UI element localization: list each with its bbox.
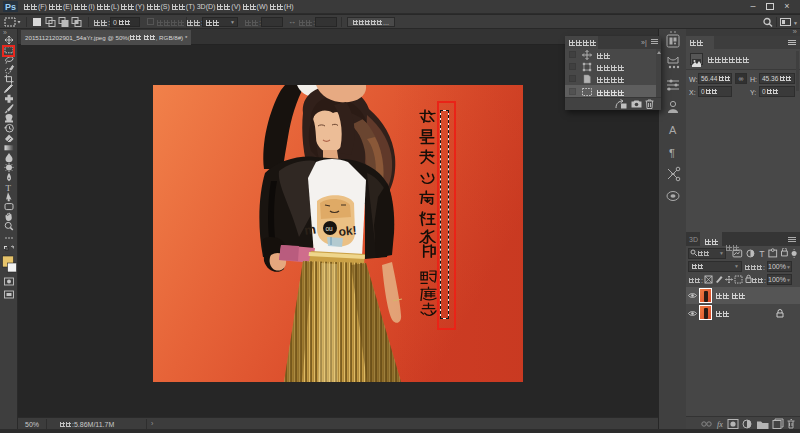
svg-text:T: T [6, 183, 12, 193]
svg-text:ok!: ok! [338, 223, 357, 239]
svg-text:T: T [759, 249, 765, 259]
svg-text:A: A [669, 124, 677, 136]
svg-text:¶: ¶ [669, 147, 675, 159]
svg-text:»: » [3, 29, 7, 36]
svg-text:m: m [303, 222, 317, 238]
svg-text:fx: fx [717, 420, 723, 429]
svg-text:ou: ou [326, 225, 334, 232]
